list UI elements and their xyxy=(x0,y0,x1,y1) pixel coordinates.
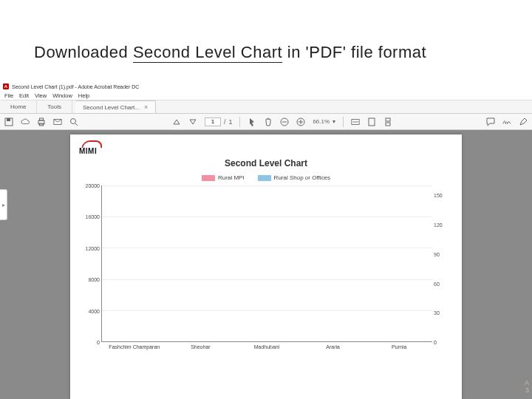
menu-help[interactable]: Help xyxy=(78,92,89,99)
svg-rect-1 xyxy=(7,118,10,121)
page-current-input[interactable] xyxy=(205,117,221,126)
zoom-value: 66.1% xyxy=(313,118,330,125)
menu-edit[interactable]: Edit xyxy=(19,92,29,99)
window-titlebar: A Second Level Chart (1).pdf - Adobe Acr… xyxy=(0,81,532,92)
svg-rect-15 xyxy=(369,118,375,126)
x-tick-label: Fashchim Champaran xyxy=(104,342,164,355)
y-right-tick: 30 xyxy=(434,310,440,316)
y-left-tick: 4000 xyxy=(88,308,100,313)
y-left-tick: 12000 xyxy=(86,245,100,250)
left-panel-handle[interactable]: ▸ xyxy=(0,189,7,220)
svg-rect-17 xyxy=(386,123,390,126)
y-right-tick: 0 xyxy=(434,340,437,345)
tab-tools[interactable]: Tools xyxy=(37,100,72,113)
svg-rect-3 xyxy=(40,118,44,120)
page-down-icon[interactable] xyxy=(188,117,197,126)
legend-label-rural-shop: Rural Shop or Offices xyxy=(274,174,330,181)
search-icon[interactable] xyxy=(69,117,78,126)
page-indicator: / 1 xyxy=(205,117,233,126)
y-left-tick: 8000 xyxy=(88,277,100,282)
legend-label-rural-mpi: Rural MPI xyxy=(218,174,245,181)
cloud-icon[interactable] xyxy=(21,117,30,126)
page-up-icon[interactable] xyxy=(172,117,181,126)
headline-pre: Downloaded xyxy=(34,43,133,61)
y-right-tick: 150 xyxy=(434,193,443,198)
menu-window[interactable]: Window xyxy=(52,92,72,99)
toolbar-center-group: / 1 66.1% ▾ xyxy=(172,117,392,127)
gridline xyxy=(102,310,432,311)
select-arrow-icon[interactable] xyxy=(248,117,256,126)
gridline xyxy=(102,216,432,217)
logo-text: MIMI xyxy=(79,147,97,155)
acrobat-app-icon: A xyxy=(3,83,9,89)
zoom-out-icon[interactable] xyxy=(280,117,289,126)
chart-plot: 040008000120001600020000 0306090120150 F… xyxy=(101,185,432,355)
tab-close-icon[interactable]: × xyxy=(144,103,148,111)
menu-view[interactable]: View xyxy=(35,92,47,99)
corner-line2: 3 xyxy=(525,387,529,395)
gridline xyxy=(102,279,432,280)
sign-icon[interactable] xyxy=(502,117,511,126)
tab-document[interactable]: Second Level Chart... × xyxy=(75,100,156,113)
chart-title: Second Level Chart xyxy=(79,158,453,168)
slide-headline: Downloaded Second Level Chart in 'PDF' f… xyxy=(34,43,426,62)
legend-item-rural-mpi: Rural MPI xyxy=(202,174,245,181)
fit-width-icon[interactable] xyxy=(351,117,360,126)
x-tick-label: Madhubani xyxy=(237,342,297,355)
gridline xyxy=(102,185,432,186)
highlight-icon[interactable] xyxy=(519,117,528,126)
plot-area xyxy=(101,185,432,342)
comment-icon[interactable] xyxy=(486,117,495,126)
y-left-tick: 16000 xyxy=(86,214,100,219)
headline-post: in 'PDF' file format xyxy=(282,43,426,61)
legend-swatch-rural-mpi xyxy=(202,175,215,181)
brand-logo: MIMI xyxy=(79,140,453,155)
tab-document-label: Second Level Chart... xyxy=(83,104,140,111)
menu-file[interactable]: File xyxy=(4,92,13,99)
y-right-tick: 60 xyxy=(434,281,440,286)
zoom-in-icon[interactable] xyxy=(296,117,305,126)
tab-home[interactable]: Home xyxy=(0,100,37,113)
fit-page-icon[interactable] xyxy=(367,117,376,126)
zoom-level[interactable]: 66.1% ▾ xyxy=(313,118,335,125)
y-right-tick: 120 xyxy=(434,222,443,228)
toolbar-right-group xyxy=(486,117,528,126)
chevron-down-icon: ▾ xyxy=(332,118,335,125)
legend-swatch-rural-shop xyxy=(258,175,271,181)
toolbar-left-group xyxy=(4,117,78,126)
pdf-page: MIMI Second Level Chart Rural MPI Rural … xyxy=(70,134,462,399)
page-total: 1 xyxy=(228,118,232,126)
window-title: Second Level Chart (1).pdf - Adobe Acrob… xyxy=(12,84,139,89)
bar-group-container xyxy=(102,185,432,341)
save-icon[interactable] xyxy=(4,117,13,126)
headline-underlined: Second Level Chart xyxy=(133,43,282,63)
print-icon[interactable] xyxy=(37,117,46,126)
toolbar: / 1 66.1% ▾ xyxy=(0,114,532,130)
y-right-tick: 90 xyxy=(434,251,440,256)
gridline xyxy=(102,248,432,248)
tabbar: Home Tools Second Level Chart... × xyxy=(0,100,532,114)
x-tick-label: Araria xyxy=(303,342,363,355)
x-tick-label: Purnia xyxy=(369,342,429,355)
x-axis: Fashchim ChamparanSheoharMadhubaniAraria… xyxy=(101,342,432,355)
x-tick-label: Sheohar xyxy=(171,342,231,355)
legend-item-rural-shop: Rural Shop or Offices xyxy=(258,174,330,181)
menubar: File Edit View Window Help xyxy=(0,92,532,100)
hand-icon[interactable] xyxy=(264,117,273,126)
y-left-tick: 20000 xyxy=(86,183,100,188)
toolbar-separator xyxy=(343,117,344,127)
y-left-tick: 0 xyxy=(97,340,100,345)
acrobat-reader-window: A Second Level Chart (1).pdf - Adobe Acr… xyxy=(0,81,532,399)
slide-corner-marks: A 3 xyxy=(525,380,529,395)
page-sep: / xyxy=(224,118,226,126)
document-area: ▸ MIMI Second Level Chart Rural MPI xyxy=(0,130,532,399)
toolbar-separator xyxy=(239,117,240,127)
svg-point-6 xyxy=(71,118,76,123)
svg-line-7 xyxy=(75,123,78,126)
y-axis-right: 0306090120150 xyxy=(432,185,451,342)
mail-icon[interactable] xyxy=(53,117,62,126)
chart-legend: Rural MPI Rural Shop or Offices xyxy=(79,174,453,181)
y-axis-left: 040008000120001600020000 xyxy=(81,185,101,342)
svg-rect-16 xyxy=(386,118,390,121)
scroll-mode-icon[interactable] xyxy=(383,117,392,126)
